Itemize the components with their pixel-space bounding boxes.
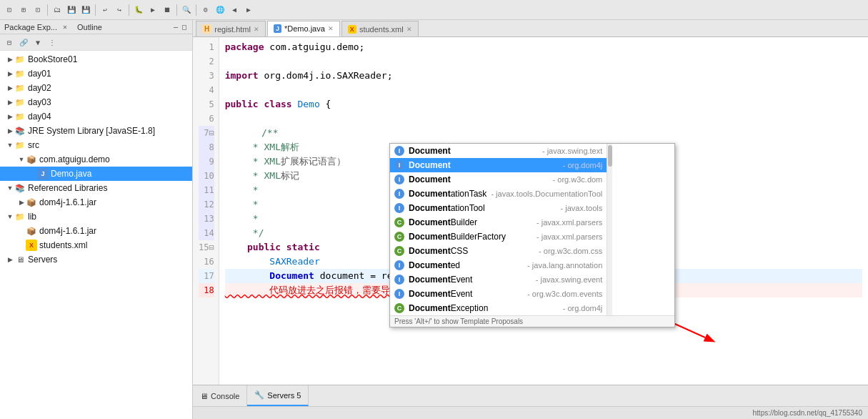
ac-item-7[interactable]: C DocumentBuilderFactory - javax.xml.par… <box>390 230 607 244</box>
tab-close-demo[interactable]: ✕ <box>328 25 334 32</box>
toolbar-icon-extra1[interactable]: 🌐 <box>214 4 226 16</box>
tree-item-pkg[interactable]: ▼ 📦 com.atguigu.demo <box>0 152 192 167</box>
tree-filter-icon[interactable]: ▼ <box>31 36 44 49</box>
tab-label-regist: regist.html <box>214 25 251 34</box>
tree-toggle-day04[interactable]: ▶ <box>6 112 14 121</box>
tab-bar: H regist.html ✕ J *Demo.java ✕ X student… <box>193 20 868 37</box>
tree-toggle-pkg[interactable]: ▼ <box>17 155 26 164</box>
code-line-5: public class Demo { <box>225 97 862 112</box>
line-num-8: 8 <box>199 140 214 154</box>
tab-demo[interactable]: J *Demo.java ✕ <box>267 21 340 36</box>
toolbar-icon-7[interactable]: ↩ <box>99 4 111 16</box>
ac-item-9[interactable]: I Documented - java.lang.annotation <box>390 258 607 272</box>
tree-item-day04[interactable]: ▶ 📁 day04 <box>0 109 192 124</box>
toolbar-icon-debug[interactable]: 🐛 <box>132 4 145 16</box>
ac-name-2: Document <box>409 160 559 170</box>
tree-label-day04: day04 <box>28 112 51 122</box>
tree-toggle-day03[interactable]: ▶ <box>6 98 14 107</box>
tree-item-src[interactable]: ▼ 📁 src <box>0 138 192 152</box>
tree-item-day03[interactable]: ▶ 📁 day03 <box>0 95 192 109</box>
toolbar-icon-1[interactable]: ⊡ <box>3 4 16 16</box>
toolbar-icon-6[interactable]: 💾 <box>79 4 92 16</box>
outline-tab[interactable]: Outline <box>77 23 102 31</box>
tab-close-students[interactable]: ✕ <box>406 26 412 33</box>
tree-dots-icon[interactable]: ⋮ <box>46 36 59 49</box>
tree-item-servers[interactable]: ▶ 🖥 Servers <box>0 252 192 267</box>
ac-item-5[interactable]: I DocumentationTool - javax.tools <box>390 201 607 215</box>
toolbar-icon-settings[interactable]: ⚙ <box>199 4 212 16</box>
tree-view[interactable]: ▶ 📁 BookStore01 ▶ 📁 day01 ▶ 📁 day02 <box>0 51 192 419</box>
panel-close-icon[interactable]: ✕ <box>63 23 67 31</box>
ac-icon-7: C <box>394 232 404 242</box>
ac-item-3[interactable]: I Document - org.w3c.dom <box>390 172 607 187</box>
ac-item-8[interactable]: C DocumentCSS - org.w3c.dom.css <box>390 244 607 258</box>
ac-type-11: - org.w3c.dom.events <box>527 290 602 298</box>
tree-toggle-day01[interactable]: ▶ <box>6 69 14 78</box>
panel-minimize[interactable]: — <box>172 22 179 31</box>
tree-label-students: students.xml <box>39 240 87 250</box>
tree-item-jre[interactable]: ▶ 📚 JRE System Library [JavaSE-1.8] <box>0 124 192 138</box>
tree-toggle-jre[interactable]: ▶ <box>6 127 14 135</box>
ac-icon-8: C <box>394 246 404 256</box>
tree-link-icon[interactable]: 🔗 <box>17 36 30 49</box>
ac-item-4[interactable]: I DocumentationTask - javax.tools.Docume… <box>390 187 607 201</box>
code-line-2 <box>225 54 862 69</box>
ac-item-10[interactable]: I DocumentEvent - javax.swing.event <box>390 272 607 287</box>
package-icon: 📦 <box>26 154 37 165</box>
tree-item-day01[interactable]: ▶ 📁 day01 <box>0 66 192 81</box>
editor-area[interactable]: 1 2 3 4 5 6 7⊟ 8 9 10 11 12 13 14 15⊟ 16 <box>193 37 868 385</box>
toolbar-icon-stop[interactable]: ⏹ <box>161 4 174 16</box>
panel-maximize[interactable]: □ <box>181 22 188 31</box>
toolbar-icon-run[interactable]: ▶ <box>146 4 159 16</box>
tree-toggle-reflibs[interactable]: ▼ <box>6 184 14 192</box>
tab-console[interactable]: 🖥 Console <box>193 385 247 406</box>
ac-item-11[interactable]: I DocumentEvent - org.w3c.dom.events <box>390 287 607 301</box>
ac-item-2[interactable]: I Document - org.dom4j <box>390 158 607 172</box>
tree-collapse-icon[interactable]: ⊟ <box>3 36 16 49</box>
toolbar-icon-search[interactable]: 🔍 <box>180 4 193 16</box>
code-line-3: import org.dom4j.io.SAXReader; <box>225 69 862 83</box>
toolbar-sep-2 <box>95 4 96 16</box>
ac-type-9: - java.lang.annotation <box>527 261 602 270</box>
toolbar-icon-5[interactable]: 💾 <box>65 4 78 16</box>
autocomplete-list[interactable]: I Document - javax.swing.text I Document… <box>390 144 607 315</box>
tree-item-students[interactable]: X students.xml <box>0 238 192 252</box>
line-num-1: 1 <box>199 40 214 54</box>
tree-item-bookstore[interactable]: ▶ 📁 BookStore01 <box>0 52 192 66</box>
autocomplete-scrollbar[interactable] <box>607 144 612 315</box>
toolbar-icon-8[interactable]: ↪ <box>113 4 126 16</box>
tree-label-dom4j-lib: dom4j-1.6.1.jar <box>39 226 96 236</box>
tree-toggle-lib[interactable]: ▼ <box>6 212 14 221</box>
tree-item-lib[interactable]: ▼ 📁 lib <box>0 210 192 224</box>
tree-toggle-day02[interactable]: ▶ <box>6 84 14 92</box>
tree-item-dom4j-ref[interactable]: ▶ 📦 dom4j-1.6.1.jar <box>0 195 192 210</box>
ac-item-12[interactable]: C DocumentException - org.dom4j <box>390 301 607 315</box>
ac-name-5: DocumentationTool <box>409 203 557 213</box>
tree-toggle-bookstore[interactable]: ▶ <box>6 55 14 64</box>
server-icon: 🖥 <box>14 254 26 265</box>
tab-regist[interactable]: H regist.html ✕ <box>196 21 266 36</box>
tree-item-dom4j-lib[interactable]: 📦 dom4j-1.6.1.jar <box>0 224 192 238</box>
tree-item-reflibs[interactable]: ▼ 📚 Referenced Libraries <box>0 181 192 195</box>
tree-item-day02[interactable]: ▶ 📁 day02 <box>0 81 192 95</box>
toolbar-icon-extra2[interactable]: ◀ <box>228 4 241 16</box>
toolbar-icon-2[interactable]: ⊞ <box>17 4 30 16</box>
folder-icon-lib: 📁 <box>14 211 26 222</box>
autocomplete-popup[interactable]: I Document - javax.swing.text I Document… <box>389 143 675 327</box>
tree-toggle-dom4j-ref[interactable]: ▶ <box>17 198 26 207</box>
jar-icon-dom4j-lib: 📦 <box>26 225 37 237</box>
toolbar-icon-3[interactable]: ⊡ <box>31 4 44 16</box>
toolbar-icon-extra3[interactable]: ▶ <box>242 4 255 16</box>
tree-toggle-servers[interactable]: ▶ <box>6 255 14 264</box>
toolbar-icon-4[interactable]: 🗂 <box>51 4 64 16</box>
tree-toggle-src[interactable]: ▼ <box>6 141 14 149</box>
ac-item-6[interactable]: C DocumentBuilder - javax.xml.parsers <box>390 215 607 230</box>
line-num-7: 7⊟ <box>199 126 214 140</box>
tab-close-regist[interactable]: ✕ <box>254 26 259 33</box>
ac-type-7: - javax.xml.parsers <box>537 232 602 241</box>
tree-item-demo[interactable]: J Demo.java <box>0 167 192 181</box>
panel-actions: — □ <box>172 22 188 31</box>
tab-students[interactable]: X students.xml ✕ <box>341 21 419 36</box>
ac-item-1[interactable]: I Document - javax.swing.text <box>390 144 607 158</box>
tab-servers[interactable]: 🔧 Servers 5 <box>247 385 309 406</box>
